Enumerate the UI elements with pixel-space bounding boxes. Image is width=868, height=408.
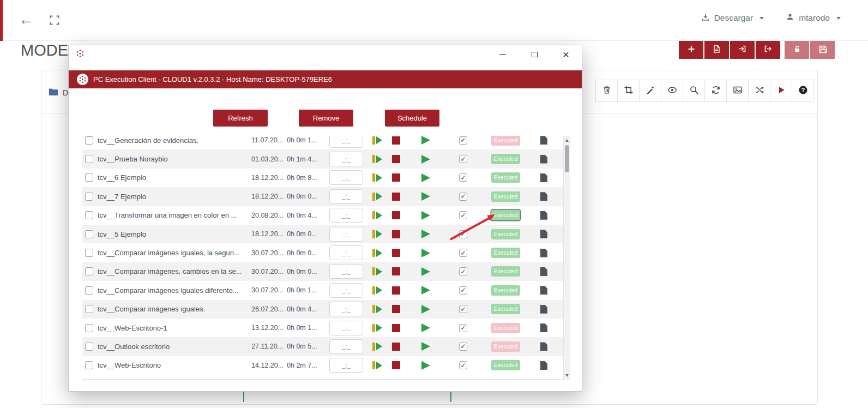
time-input[interactable]: _:_ (329, 227, 363, 242)
maximize-button[interactable] (519, 45, 550, 63)
lock-button[interactable] (785, 41, 809, 59)
step-run-icon[interactable] (372, 230, 383, 238)
row-checked-checkbox[interactable]: ✓ (459, 324, 467, 332)
table-row[interactable]: tcv__Comparar imágenes iguales, la segun… (82, 243, 563, 262)
stop-icon[interactable] (392, 361, 400, 369)
report-file-icon[interactable] (540, 173, 547, 182)
time-input[interactable]: _:_ (329, 245, 363, 260)
download-menu[interactable]: Descargar (701, 13, 764, 23)
stop-icon[interactable] (392, 305, 400, 313)
row-checked-checkbox[interactable]: ✓ (459, 193, 467, 201)
play-icon[interactable] (421, 267, 430, 276)
table-row[interactable]: tcv__Prueba Noraybio 01.03.20... 0h 1m 4… (82, 149, 563, 168)
row-select-checkbox[interactable] (85, 249, 93, 257)
time-input[interactable]: _:_ (329, 339, 363, 354)
play-icon[interactable] (421, 173, 430, 182)
magic-wand-button[interactable] (639, 80, 661, 102)
table-row[interactable]: tcv__6 Ejemplo 18.12.20... 0h 0m 8... _:… (82, 169, 563, 187)
play-icon[interactable] (421, 323, 430, 332)
table-row[interactable]: tcv__Web-Escritorio 14.12.20... 0h 2m 7.… (82, 356, 563, 375)
table-row[interactable]: tcv__Comparar imágenes iguales diferente… (82, 281, 563, 299)
row-checked-checkbox[interactable]: ✓ (459, 305, 467, 313)
stop-icon[interactable] (392, 286, 400, 295)
add-button[interactable] (679, 41, 703, 59)
shuffle-button[interactable] (748, 80, 770, 102)
delete-button[interactable] (595, 80, 618, 102)
back-arrow-icon[interactable]: ← (19, 11, 34, 28)
stop-icon[interactable] (392, 155, 400, 163)
step-run-icon[interactable] (372, 211, 383, 219)
row-checked-checkbox[interactable]: ✓ (459, 286, 467, 295)
time-input[interactable]: _:_ (329, 136, 363, 148)
stop-icon[interactable] (392, 343, 400, 351)
row-select-checkbox[interactable] (85, 361, 93, 369)
row-checked-checkbox[interactable]: ✓ (459, 343, 467, 351)
step-run-icon[interactable] (372, 343, 383, 351)
report-file-icon[interactable] (540, 305, 547, 314)
table-row[interactable]: tcv__Generación de evidencias. 11.07.20.… (82, 136, 563, 149)
play-icon[interactable] (421, 155, 430, 164)
step-run-icon[interactable] (372, 173, 383, 182)
stop-icon[interactable] (392, 193, 400, 201)
report-file-icon[interactable] (540, 361, 547, 370)
row-checked-checkbox[interactable]: ✓ (459, 361, 467, 369)
time-input[interactable]: _:_ (329, 170, 363, 185)
report-file-icon[interactable] (540, 192, 547, 201)
minimize-button[interactable] (487, 45, 519, 63)
time-input[interactable]: _:_ (329, 189, 363, 204)
step-run-icon[interactable] (372, 155, 383, 163)
refresh-button[interactable] (704, 80, 727, 102)
scrollbar[interactable] (563, 136, 570, 380)
stop-icon[interactable] (392, 249, 400, 257)
report-file-icon[interactable] (540, 267, 547, 276)
time-input[interactable]: _:_ (329, 208, 363, 223)
help-button[interactable]: ? (792, 80, 814, 102)
folder-breadcrumb[interactable]: D (49, 88, 68, 98)
step-run-icon[interactable] (372, 267, 383, 275)
table-row[interactable]: tcv__Outlook escritorio 27.11.20... 0h 0… (82, 337, 563, 356)
step-run-icon[interactable] (372, 305, 383, 313)
remove-button[interactable]: Remove (299, 110, 353, 127)
row-select-checkbox[interactable] (85, 286, 93, 295)
stop-icon[interactable] (392, 267, 400, 275)
stop-icon[interactable] (392, 230, 400, 238)
stop-icon[interactable] (392, 324, 400, 332)
scroll-up-arrow[interactable] (564, 137, 570, 143)
play-icon[interactable] (421, 361, 430, 370)
step-run-icon[interactable] (372, 324, 383, 332)
play-icon[interactable] (421, 342, 430, 351)
play-icon[interactable] (421, 192, 430, 201)
row-checked-checkbox[interactable]: ✓ (459, 230, 467, 238)
stop-icon[interactable] (392, 211, 400, 219)
report-file-icon[interactable] (540, 249, 547, 257)
row-checked-checkbox[interactable]: ✓ (459, 173, 467, 182)
row-select-checkbox[interactable] (85, 155, 93, 163)
table-row[interactable]: tcv__Comparar imágenes, cambios en la se… (82, 262, 563, 281)
stop-icon[interactable] (392, 136, 400, 145)
table-row[interactable]: tcv__Web-Escritorio-1 13.12.20... 0h 0m … (82, 319, 563, 337)
fullscreen-icon[interactable] (49, 15, 60, 28)
time-input[interactable]: _:_ (329, 264, 363, 279)
play-icon[interactable] (421, 249, 430, 257)
table-row[interactable]: tcv__7 Ejemplo 18.12.20... 0h 0m 0... _:… (82, 187, 563, 206)
row-checked-checkbox[interactable]: ✓ (459, 155, 467, 163)
refresh-button[interactable]: Refresh (213, 110, 268, 127)
schedule-button[interactable]: Schedule (385, 110, 439, 127)
stop-icon[interactable] (392, 173, 400, 182)
report-file-icon[interactable] (540, 286, 547, 295)
table-row[interactable]: tcv__5 Ejemplo 18.12.20... 0h 0m 0... _:… (82, 225, 563, 243)
time-input[interactable]: _:_ (329, 152, 363, 166)
play-icon[interactable] (421, 211, 430, 220)
row-select-checkbox[interactable] (85, 230, 93, 238)
row-select-checkbox[interactable] (85, 193, 93, 201)
close-button[interactable]: × (550, 45, 582, 63)
run-button[interactable] (770, 80, 792, 102)
play-icon[interactable] (421, 286, 430, 295)
step-run-icon[interactable] (372, 249, 383, 257)
row-select-checkbox[interactable] (85, 173, 93, 182)
step-run-icon[interactable] (372, 286, 383, 295)
row-select-checkbox[interactable] (85, 305, 93, 313)
table-row[interactable]: tcv__Comparar imágenes iguales. 26.07.20… (82, 300, 563, 319)
row-select-checkbox[interactable] (85, 136, 93, 145)
row-checked-checkbox[interactable]: ✓ (459, 136, 467, 145)
